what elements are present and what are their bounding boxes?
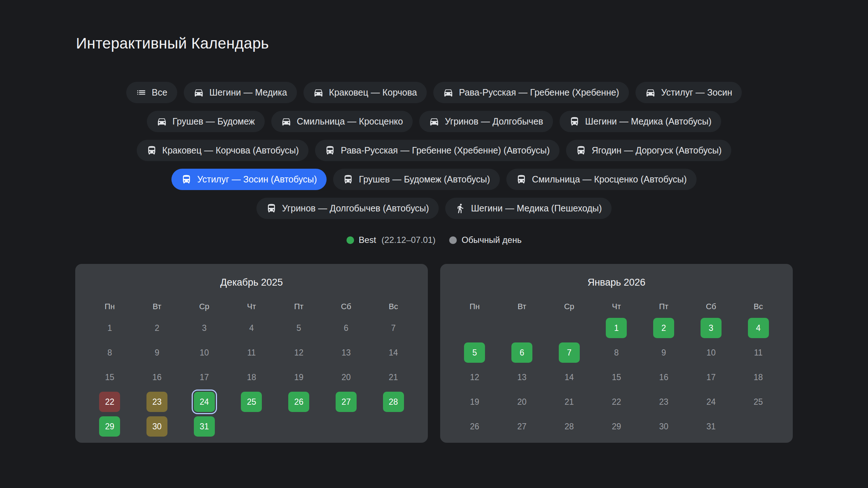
filter-chip[interactable]: Устилуг — Зосин (Автобусы) — [171, 169, 327, 190]
calendar-day[interactable]: 29 — [99, 416, 120, 437]
calendar-day[interactable]: 23 — [653, 392, 674, 412]
filter-chip[interactable]: Рава-Русская — Гребенне (Хребенне) — [433, 82, 629, 103]
filter-chip[interactable]: Краковец — Корчова (Автобусы) — [137, 140, 309, 161]
empty-cell — [498, 318, 546, 338]
calendar-day[interactable]: 10 — [194, 342, 215, 363]
bus-icon — [146, 145, 157, 156]
weekday-label: Пт — [640, 302, 688, 311]
filter-chip[interactable]: Шегини — Медика (Автобусы) — [559, 111, 722, 132]
calendar-day[interactable]: 9 — [653, 342, 674, 363]
filter-chip[interactable]: Рава-Русская — Гребенне (Хребенне) (Авто… — [315, 140, 559, 161]
filter-chip[interactable]: Шегини — Медика — [184, 82, 297, 103]
calendar-day[interactable]: 12 — [288, 342, 309, 363]
calendar-cell: 17 — [180, 367, 228, 387]
filter-chip[interactable]: Смильница — Кросценко (Автобусы) — [506, 169, 697, 190]
calendar-day[interactable]: 24 — [194, 392, 215, 412]
calendar-day[interactable]: 13 — [336, 342, 357, 363]
calendar-day[interactable]: 14 — [383, 342, 404, 363]
calendar-day[interactable]: 3 — [194, 318, 215, 338]
calendar-day[interactable]: 3 — [701, 318, 722, 338]
page: Интерактивный Календарь ВсеШегини — Меди… — [0, 0, 868, 443]
calendar-day[interactable]: 26 — [464, 416, 485, 437]
filter-chip[interactable]: Устилуг — Зосин — [635, 82, 742, 103]
filter-chip[interactable]: Угринов — Долгобычев (Автобусы) — [256, 198, 439, 219]
calendar-day[interactable]: 1 — [99, 318, 120, 338]
calendar-day[interactable]: 2 — [146, 318, 167, 338]
calendar-day[interactable]: 5 — [288, 318, 309, 338]
weekday-label: Вс — [735, 302, 782, 311]
calendar-day[interactable]: 27 — [511, 416, 532, 437]
filter-chip[interactable]: Все — [126, 82, 177, 103]
calendar-day[interactable]: 16 — [653, 367, 674, 387]
filter-chip[interactable]: Ягодин — Дорогуск (Автобусы) — [566, 140, 731, 161]
calendar-day[interactable]: 30 — [653, 416, 674, 437]
calendar-day[interactable]: 18 — [241, 367, 262, 387]
filter-chip[interactable]: Грушев — Будомеж — [147, 111, 265, 132]
calendar-day[interactable]: 2 — [653, 318, 674, 338]
calendar-cell: 25 — [228, 392, 275, 412]
filter-chip[interactable]: Краковец — Корчова — [303, 82, 427, 103]
calendar-day[interactable]: 20 — [336, 367, 357, 387]
calendar-day[interactable]: 8 — [606, 342, 627, 363]
calendar-day[interactable]: 25 — [748, 392, 769, 412]
car-icon — [157, 116, 167, 127]
calendar-day[interactable]: 17 — [701, 367, 722, 387]
filter-chip-label: Устилуг — Зосин — [661, 87, 732, 98]
calendar-day[interactable]: 19 — [288, 367, 309, 387]
pedestrian-icon — [455, 203, 465, 214]
calendar-day[interactable]: 10 — [701, 342, 722, 363]
calendar-day[interactable]: 25 — [241, 392, 262, 412]
calendar-day[interactable]: 4 — [241, 318, 262, 338]
filter-chip-label: Угринов — Долгобычев — [445, 116, 543, 127]
calendar-day[interactable]: 24 — [701, 392, 722, 412]
calendar-day[interactable]: 6 — [336, 318, 357, 338]
calendar-cell: 25 — [735, 392, 782, 412]
calendar-cell: 10 — [180, 342, 228, 363]
calendar-day[interactable]: 11 — [241, 342, 262, 363]
calendar-cell: 14 — [545, 367, 593, 387]
calendar-day[interactable]: 19 — [464, 392, 485, 412]
calendar-day[interactable]: 7 — [559, 342, 580, 363]
weekday-label: Вт — [498, 302, 546, 311]
calendar-day[interactable]: 23 — [146, 392, 167, 412]
calendar-day[interactable]: 12 — [464, 367, 485, 387]
calendar-day[interactable]: 14 — [559, 367, 580, 387]
calendar-day[interactable]: 5 — [464, 342, 485, 363]
calendar-day[interactable]: 16 — [146, 367, 167, 387]
calendar-day[interactable]: 28 — [383, 392, 404, 412]
calendar-day[interactable]: 8 — [99, 342, 120, 363]
calendar-day[interactable]: 21 — [383, 367, 404, 387]
calendar-day[interactable]: 30 — [146, 416, 167, 437]
filter-chip[interactable]: Смильница — Кросценко — [271, 111, 413, 132]
calendar-day[interactable]: 7 — [383, 318, 404, 338]
calendar-day[interactable]: 21 — [559, 392, 580, 412]
calendar-day[interactable]: 6 — [511, 342, 532, 363]
calendar-day[interactable]: 18 — [748, 367, 769, 387]
calendar-day[interactable]: 27 — [336, 392, 357, 412]
calendar-cell: 8 — [593, 342, 640, 363]
calendar-day[interactable]: 22 — [99, 392, 120, 412]
filter-chip[interactable]: Грушев — Будомеж (Автобусы) — [333, 169, 499, 190]
calendar-cell: 12 — [451, 367, 498, 387]
calendar-day[interactable]: 4 — [748, 318, 769, 338]
calendar-day[interactable]: 1 — [606, 318, 627, 338]
calendar-day[interactable]: 22 — [606, 392, 627, 412]
calendar-day[interactable]: 20 — [511, 392, 532, 412]
calendar-day[interactable]: 9 — [146, 342, 167, 363]
calendar-day[interactable]: 26 — [288, 392, 309, 412]
filter-chip[interactable]: Угринов — Долгобычев — [419, 111, 553, 132]
calendar-day[interactable]: 29 — [606, 416, 627, 437]
calendar-day[interactable]: 31 — [194, 416, 215, 437]
calendar-day[interactable]: 17 — [194, 367, 215, 387]
calendar-day[interactable]: 15 — [606, 367, 627, 387]
weekday-label: Пн — [86, 302, 133, 311]
calendar-day[interactable]: 31 — [701, 416, 722, 437]
calendar-day[interactable]: 11 — [748, 342, 769, 363]
calendar-day[interactable]: 15 — [99, 367, 120, 387]
calendar-cell: 9 — [133, 342, 181, 363]
calendar-day[interactable]: 28 — [559, 416, 580, 437]
calendar-day[interactable]: 13 — [511, 367, 532, 387]
filter-chip[interactable]: Шегини — Медика (Пешеходы) — [445, 198, 612, 219]
filter-chip-label: Грушев — Будомеж — [173, 116, 255, 127]
calendar-cell: 6 — [498, 342, 546, 363]
